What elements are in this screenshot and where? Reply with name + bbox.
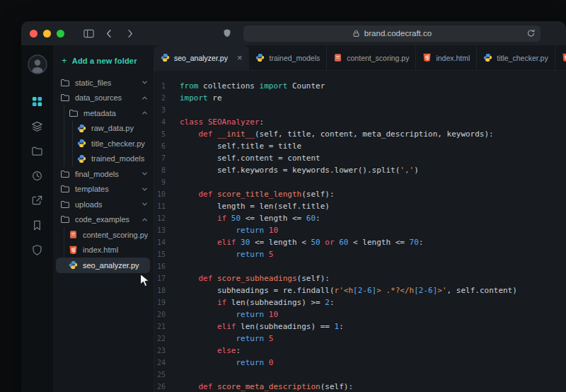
tree-item-final_models[interactable]: final_models <box>53 166 154 182</box>
code-line[interactable]: 9 <box>154 176 566 188</box>
code-line[interactable]: 23 else: <box>154 345 566 357</box>
code-token: def <box>199 274 213 283</box>
tab-label: content_scoring.py <box>347 54 409 62</box>
python-file-icon <box>161 53 170 62</box>
chevron-down-icon[interactable] <box>142 171 148 177</box>
code-line[interactable]: 13 return 10 <box>154 224 566 236</box>
tree-item-templates[interactable]: templates <box>53 182 154 197</box>
back-icon[interactable] <box>100 25 117 42</box>
tree-item-static_files[interactable]: static_files <box>53 75 154 91</box>
code-line[interactable]: 10 def score_title_length(self): <box>154 188 566 200</box>
code-line[interactable]: 3 <box>154 104 566 116</box>
chevron-up-icon[interactable] <box>142 217 148 223</box>
chevron-up-icon[interactable] <box>142 95 148 101</box>
code-line[interactable]: 12 if 50 <= length <= 60: <box>154 212 566 224</box>
tree-item-title_checker.py[interactable]: title_checker.py <box>53 136 154 151</box>
tab-title_checker.py[interactable]: title_checker.py <box>477 45 555 70</box>
tab-seo_analyzer.py[interactable]: seo_analyzer.py× <box>154 45 249 70</box>
rail-item-grid[interactable] <box>25 89 50 113</box>
code-text: def score_subheadings(self): <box>180 272 330 284</box>
code-token: : <box>339 322 344 331</box>
code-token <box>180 129 199 139</box>
line-number: 18 <box>154 284 166 296</box>
code-line[interactable]: 16 <box>154 260 566 272</box>
code-token <box>180 310 236 319</box>
tree-item-data_sources[interactable]: data_sources <box>53 91 154 106</box>
line-number: 22 <box>154 333 166 345</box>
code-line[interactable]: 20 return 10 <box>154 309 566 321</box>
chevron-down-icon[interactable] <box>142 201 148 207</box>
close-icon[interactable]: × <box>237 53 243 62</box>
code-token: 2 <box>325 298 330 307</box>
rail-item-layers[interactable] <box>25 114 50 138</box>
code-line[interactable]: 8 self.keywords = keywords.lower().split… <box>154 164 566 176</box>
chevron-down-icon[interactable] <box>142 79 148 86</box>
code-line[interactable]: 11 length = len(self.title) <box>154 200 566 212</box>
code-token: (self): <box>297 274 330 283</box>
code-line[interactable]: 2import re <box>154 92 566 104</box>
code-line[interactable]: 17 def score_subheadings(self): <box>154 272 566 284</box>
url-text: brand.codecraft.co <box>364 29 432 38</box>
code-token: 50 <box>231 214 241 223</box>
code-line[interactable]: 24 return 0 <box>154 357 566 369</box>
forward-icon[interactable] <box>121 25 138 42</box>
code-line[interactable]: 14 elif 30 <= length < 50 or 60 < length… <box>154 236 566 248</box>
sidebar-toggle-icon[interactable] <box>80 25 97 42</box>
tab-label: index.html <box>436 54 470 62</box>
code-token <box>180 322 217 331</box>
tree-item-trained_models[interactable]: trained_models <box>53 151 154 167</box>
indent-guide <box>64 105 64 121</box>
tree-item-raw_data.py[interactable]: raw_data.py <box>53 121 154 137</box>
rail-item-history[interactable] <box>25 163 50 188</box>
python-file-icon <box>255 53 265 62</box>
line-number: 2 <box>154 92 166 104</box>
avatar[interactable] <box>27 54 48 75</box>
shield-icon[interactable] <box>219 25 236 42</box>
tab-content_scoring.py[interactable]: content_scoring.py <box>327 45 416 70</box>
code-line[interactable]: 25 <box>154 369 566 381</box>
code-line[interactable]: 18 subheadings = re.findall(r'<h[2-6]> .… <box>154 284 566 296</box>
folder-icon <box>60 169 70 179</box>
minimize-window-button[interactable] <box>43 30 51 38</box>
tree-item-index.html[interactable]: index.html <box>53 243 154 258</box>
code-line[interactable]: 22 return 5 <box>154 333 566 345</box>
tree-item-uploads[interactable]: uploads <box>53 197 154 212</box>
code-token: (self): <box>320 382 353 391</box>
refresh-icon[interactable] <box>526 29 536 38</box>
code-line[interactable]: 21 elif len(subheadings) == 1: <box>154 321 566 333</box>
tab-results.html[interactable]: results.html <box>555 45 566 70</box>
tree-item-seo_analyzer.py[interactable]: seo_analyzer.py <box>56 258 150 273</box>
tab-trained_models[interactable]: trained_models <box>249 45 327 70</box>
code-line[interactable]: 26 def score_meta_description(self): <box>154 381 566 392</box>
code-line[interactable]: 19 if len(subheadings) >= 2: <box>154 296 566 309</box>
code-token: re <box>208 93 222 103</box>
code-token <box>180 190 199 199</box>
code-line[interactable]: 4class SEOAnalyzer: <box>154 116 566 128</box>
add-folder-button[interactable]: + Add a new folder <box>62 55 145 66</box>
code-line[interactable]: 1from collections import Counter <box>154 80 566 92</box>
code-editor[interactable]: 1from collections import Counter2import … <box>154 71 566 392</box>
code-line[interactable]: 7 self.content = content <box>154 152 566 164</box>
code-line[interactable]: 15 return 5 <box>154 248 566 260</box>
code-token: if <box>217 298 226 307</box>
rail-item-bookmark[interactable] <box>25 213 50 237</box>
url-bar[interactable]: brand.codecraft.co <box>243 25 541 42</box>
indent-guide <box>64 227 64 243</box>
rail-item-folder[interactable] <box>25 139 50 163</box>
folder-icon <box>60 214 70 224</box>
chevron-up-icon[interactable] <box>142 110 148 116</box>
close-window-button[interactable] <box>30 30 37 38</box>
rail-item-shield[interactable] <box>25 238 50 262</box>
zoom-window-button[interactable] <box>57 30 64 38</box>
bookmark-icon <box>31 219 43 231</box>
tree-item-content_scoring.py[interactable]: content_scoring.py <box>53 227 154 243</box>
tab-index.html[interactable]: index.html <box>416 45 477 70</box>
rail-item-export[interactable] <box>25 188 50 212</box>
code-line[interactable]: 5 def __init__(self, title, content, met… <box>154 128 566 140</box>
chevron-down-icon[interactable] <box>142 186 148 192</box>
code-text: else: <box>180 345 241 357</box>
tree-item-code_examples[interactable]: code_examples <box>53 212 154 228</box>
code-line[interactable]: 6 self.title = title <box>154 140 566 152</box>
code-token <box>180 334 236 343</box>
tree-item-metadata[interactable]: metadata <box>53 105 154 121</box>
